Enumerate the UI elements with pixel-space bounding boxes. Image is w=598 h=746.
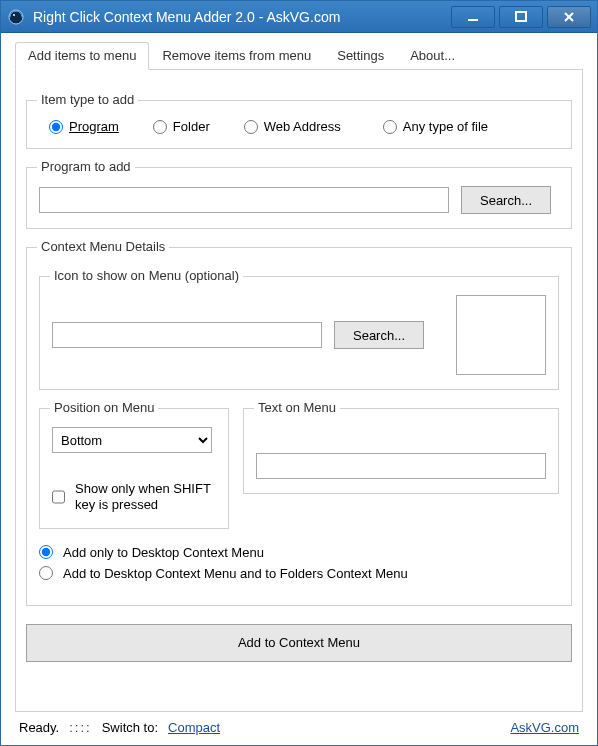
group-program-to-add: Program to add Search... [26,167,572,229]
tab-body: Item type to add Program Folder Web Addr… [15,70,583,712]
radio-folder-input[interactable] [153,120,167,134]
status-ready: Ready. [19,720,59,735]
app-icon [7,8,25,26]
icon-row: Search... [52,295,546,375]
icon-preview [456,295,546,375]
tab-add-items[interactable]: Add items to menu [15,42,149,70]
radio-scope-desktop-folders[interactable]: Add to Desktop Context Menu and to Folde… [39,566,559,581]
radio-scope-desktop-folders-label: Add to Desktop Context Menu and to Folde… [63,566,408,581]
program-row: Search... [39,186,559,214]
radio-folder-label: Folder [173,119,210,134]
tab-about[interactable]: About... [397,42,468,70]
svg-rect-2 [468,19,478,21]
icon-search-button[interactable]: Search... [334,321,424,349]
close-button[interactable] [547,6,591,28]
group-text-legend: Text on Menu [254,400,340,415]
svg-point-1 [13,14,15,16]
radio-scope-desktop-only-label: Add only to Desktop Context Menu [63,545,264,560]
group-position-legend: Position on Menu [50,400,158,415]
maximize-button[interactable] [499,6,543,28]
status-bar: Ready. :::: Switch to: Compact AskVG.com [9,712,589,745]
titlebar: Right Click Context Menu Adder 2.0 - Ask… [1,1,597,33]
radio-scope-desktop-folders-input[interactable] [39,566,53,580]
item-type-radio-row: Program Folder Web Address Any type of f… [39,119,559,134]
group-position: Position on Menu Bottom Show only when S… [39,408,229,529]
group-text-on-menu: Text on Menu [243,408,559,494]
group-icon: Icon to show on Menu (optional) Search..… [39,276,559,390]
tab-row: Add items to menu Remove items from menu… [15,41,583,70]
radio-anyfile[interactable]: Any type of file [383,119,488,134]
add-to-context-menu-button[interactable]: Add to Context Menu [26,624,572,662]
shift-only-checkbox[interactable] [52,490,65,504]
shift-only-label: Show only when SHIFT key is pressed [75,481,216,514]
status-separator: :::: [69,720,91,735]
text-on-menu-input[interactable] [256,453,546,479]
group-program-to-add-legend: Program to add [37,159,135,174]
group-item-type-legend: Item type to add [37,92,138,107]
icon-path-input[interactable] [52,322,322,348]
radio-folder[interactable]: Folder [153,119,210,134]
client-area: Add items to menu Remove items from menu… [1,33,597,745]
group-context-details-legend: Context Menu Details [37,239,169,254]
askvg-link[interactable]: AskVG.com [510,720,579,735]
group-item-type: Item type to add Program Folder Web Addr… [26,100,572,149]
tab-settings[interactable]: Settings [324,42,397,70]
program-path-input[interactable] [39,187,449,213]
radio-scope-desktop-only-input[interactable] [39,545,53,559]
status-switch-label: Switch to: [102,720,158,735]
radio-program-label: Program [69,119,119,134]
group-icon-legend: Icon to show on Menu (optional) [50,268,243,283]
window-controls [451,6,591,28]
tab-remove-items[interactable]: Remove items from menu [149,42,324,70]
svg-point-0 [9,10,23,24]
minimize-button[interactable] [451,6,495,28]
program-search-button[interactable]: Search... [461,186,551,214]
switch-mode-link[interactable]: Compact [168,720,220,735]
radio-anyfile-input[interactable] [383,120,397,134]
svg-rect-3 [516,12,526,21]
radio-web-label: Web Address [264,119,341,134]
radio-scope-desktop-only[interactable]: Add only to Desktop Context Menu [39,545,559,560]
window-title: Right Click Context Menu Adder 2.0 - Ask… [33,9,451,25]
radio-web[interactable]: Web Address [244,119,341,134]
radio-web-input[interactable] [244,120,258,134]
group-context-details: Context Menu Details Icon to show on Men… [26,247,572,606]
radio-program-input[interactable] [49,120,63,134]
radio-anyfile-label: Any type of file [403,119,488,134]
radio-program[interactable]: Program [49,119,119,134]
position-select[interactable]: Bottom [52,427,212,453]
